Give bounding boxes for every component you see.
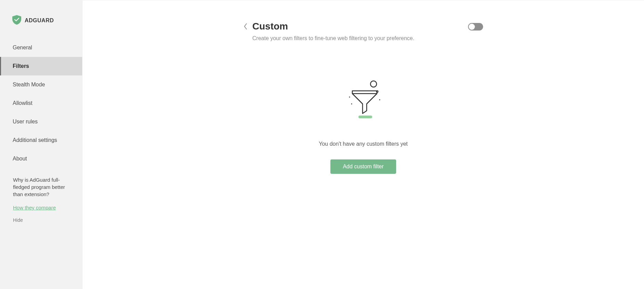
funnel-icon <box>343 79 384 120</box>
chevron-left-icon <box>243 23 248 30</box>
empty-state: You don't have any custom filters yet Ad… <box>243 79 483 174</box>
svg-point-4 <box>351 104 352 105</box>
promo-text: Why is AdGuard full-fledged program bett… <box>0 168 82 201</box>
main-content: Custom Create your own filters to fine-t… <box>82 0 644 289</box>
page-header: Custom Create your own filters to fine-t… <box>243 21 483 41</box>
shield-icon <box>12 15 21 26</box>
toggle-knob <box>469 24 475 30</box>
svg-point-3 <box>379 99 380 100</box>
sidebar-item-stealth-mode[interactable]: Stealth Mode <box>0 75 82 94</box>
empty-message: You don't have any custom filters yet <box>319 141 408 147</box>
svg-point-0 <box>370 81 377 87</box>
sidebar-nav: General Filters Stealth Mode Allowlist U… <box>0 38 82 168</box>
brand-name: ADGUARD <box>25 17 54 24</box>
sidebar-item-user-rules[interactable]: User rules <box>0 112 82 131</box>
sidebar-item-allowlist[interactable]: Allowlist <box>0 94 82 112</box>
custom-filters-toggle[interactable] <box>468 23 483 31</box>
sidebar-item-additional-settings[interactable]: Additional settings <box>0 131 82 149</box>
brand-logo: ADGUARD <box>0 8 82 38</box>
page-title: Custom <box>252 21 414 32</box>
add-custom-filter-button[interactable]: Add custom filter <box>330 159 396 174</box>
back-button[interactable] <box>243 23 248 31</box>
svg-point-2 <box>349 97 350 98</box>
sidebar-item-about[interactable]: About <box>0 149 82 168</box>
svg-rect-6 <box>358 116 372 118</box>
sidebar: ADGUARD General Filters Stealth Mode All… <box>0 0 82 289</box>
sidebar-item-general[interactable]: General <box>0 38 82 57</box>
promo-compare-link[interactable]: How they compare <box>0 201 82 214</box>
page-description: Create your own filters to fine-tune web… <box>252 35 414 41</box>
sidebar-item-filters[interactable]: Filters <box>0 57 82 75</box>
promo-hide-button[interactable]: Hide <box>0 214 82 226</box>
